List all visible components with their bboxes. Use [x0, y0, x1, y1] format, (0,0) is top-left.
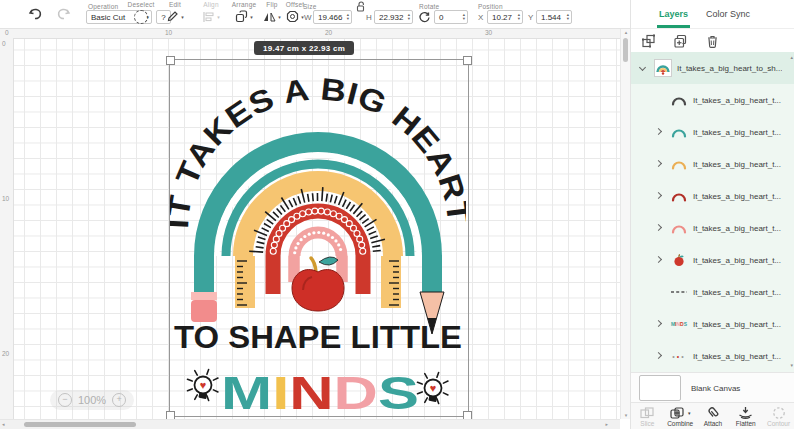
layer-row[interactable]: It_takes_a_big_heart_t... — [631, 244, 794, 276]
combine-button[interactable]: ▾Combine — [665, 406, 696, 427]
layer-row[interactable]: It_takes_a_big_heart_t... — [631, 148, 794, 180]
chevron-right-icon[interactable] — [655, 192, 663, 200]
arrange-button[interactable]: Arrange ▾ — [226, 1, 262, 27]
rotate-input[interactable]: 0 ▴▾ — [434, 10, 468, 24]
layer-label: It_takes_a_big_heart_t... — [693, 128, 781, 137]
action-label: Contour — [767, 420, 790, 427]
zoom-out-button[interactable]: − — [58, 393, 72, 407]
arc-icon — [669, 158, 689, 170]
size-tooltip: 19.47 cm x 22.93 cm — [254, 41, 354, 55]
chevron-down-icon[interactable] — [639, 64, 647, 72]
dots-icon: ••• — [669, 353, 689, 360]
selection-box[interactable] — [169, 59, 469, 417]
attach-button[interactable]: Attach — [697, 406, 728, 427]
align-icon: ▾ — [202, 9, 220, 24]
blank-canvas-swatch[interactable] — [639, 375, 681, 401]
rotate-icon[interactable] — [418, 11, 431, 24]
layer-row[interactable]: It_takes_a_big_heart_t... — [631, 180, 794, 212]
chevron-right-icon[interactable] — [655, 128, 663, 136]
offset-icon: ▾ — [286, 9, 304, 24]
layer-row[interactable]: It_takes_a_big_heart_t... — [631, 84, 794, 116]
chevron-right-icon[interactable] — [655, 160, 663, 168]
zoom-control[interactable]: − 100% + — [50, 390, 134, 410]
rotate-value: 0 — [439, 13, 443, 22]
x-input[interactable]: 10.27 ▴▾ — [487, 10, 523, 24]
horizontal-scrollbar[interactable]: ◂ ▸ — [0, 419, 620, 429]
redo-icon[interactable] — [56, 7, 71, 21]
stepper-icon[interactable]: ▴▾ — [408, 13, 410, 20]
ruler-label: 20 — [2, 350, 9, 357]
scrollbar-thumb[interactable] — [24, 422, 136, 427]
zoom-level: 100% — [78, 394, 106, 406]
position-label: Position — [478, 3, 503, 10]
tab-layers[interactable]: Layers — [659, 0, 688, 28]
size-label: Size — [303, 3, 316, 10]
arrange-icon: ▾ — [235, 9, 253, 24]
y-label: Y — [528, 13, 533, 22]
chevron-right-icon[interactable] — [655, 352, 663, 360]
height-input[interactable]: 22.932 ▴▾ — [374, 10, 413, 24]
layer-label: It_takes_a_big_heart_t... — [693, 192, 781, 201]
duplicate-icon[interactable] — [673, 34, 688, 49]
layer-row[interactable]: MINDSIt_takes_a_big_heart_t... — [631, 308, 794, 340]
align-button[interactable]: Align ▾ — [194, 1, 228, 27]
list-scroll-down-icon[interactable]: ▾ — [790, 362, 793, 368]
panel-tabs: Layers Color Sync — [631, 0, 794, 29]
flatten-button[interactable]: Flatten — [730, 406, 761, 427]
layer-row[interactable]: •••It_takes_a_big_heart_t... — [631, 340, 794, 372]
undo-icon[interactable] — [28, 7, 43, 21]
height-label: H — [366, 13, 372, 22]
operation-label: Operation — [88, 3, 118, 10]
action-label: Combine — [667, 420, 693, 427]
stepper-icon[interactable]: ▴▾ — [567, 13, 569, 20]
arc-icon — [669, 126, 689, 138]
flatten-icon — [738, 406, 753, 419]
vertical-scrollbar[interactable]: ▴ ▾ — [620, 28, 630, 419]
layer-label: It_takes_a_big_heart_t... — [693, 160, 781, 169]
layer-label: It_takes_a_big_heart_t... — [693, 288, 781, 297]
layer-label: It_takes_a_big_heart_t... — [693, 96, 781, 105]
stepper-icon[interactable]: ▴▾ — [463, 13, 465, 20]
resize-handle[interactable] — [463, 56, 472, 65]
layer-label: It_takes_a_big_heart_t... — [693, 320, 781, 329]
tab-color-sync[interactable]: Color Sync — [706, 0, 750, 28]
layer-row[interactable]: It_takes_a_big_heart_t... — [631, 116, 794, 148]
layer-row[interactable]: It_takes_a_big_heart_t... — [631, 212, 794, 244]
scroll-left-icon[interactable]: ◂ — [2, 421, 5, 427]
scroll-down-icon[interactable]: ▾ — [622, 412, 630, 418]
y-input[interactable]: 1.544 ▴▾ — [536, 10, 572, 24]
blank-canvas-label: Blank Canvas — [691, 384, 740, 393]
scrollbar-thumb[interactable] — [623, 38, 628, 62]
contour-button[interactable]: Contour — [763, 406, 794, 427]
attach-icon — [707, 406, 719, 419]
ruler-label: 0 — [5, 29, 9, 36]
arc-icon — [669, 222, 689, 234]
deselect-button[interactable]: Deselect — [118, 1, 164, 27]
pencil-icon: ▾ — [166, 9, 184, 24]
zoom-in-button[interactable]: + — [112, 393, 126, 407]
stepper-icon[interactable]: ▴▾ — [518, 13, 520, 20]
edit-button[interactable]: Edit ▾ — [160, 1, 190, 27]
group-icon[interactable] — [641, 34, 656, 49]
lock-icon[interactable] — [355, 1, 367, 12]
scroll-right-icon[interactable]: ▸ — [605, 421, 608, 427]
chevron-right-icon[interactable] — [655, 224, 663, 232]
list-scroll-up-icon[interactable]: ▴ — [790, 54, 793, 60]
layer-row[interactable]: It_takes_a_big_heart_to_sh... — [631, 52, 794, 84]
stepper-icon[interactable]: ▴▾ — [347, 13, 349, 20]
chevron-right-icon[interactable] — [655, 320, 663, 328]
width-input[interactable]: 19.466 ▴▾ — [313, 10, 352, 24]
chevron-right-icon[interactable] — [655, 256, 663, 264]
ruler-label: 20 — [325, 29, 332, 36]
layer-row[interactable]: It_takes_a_big_heart_t... — [631, 276, 794, 308]
resize-handle[interactable] — [166, 56, 175, 65]
slice-button[interactable]: Slice — [632, 406, 663, 427]
layer-label: It_takes_a_big_heart_t... — [693, 224, 781, 233]
x-value: 10.27 — [492, 13, 512, 22]
scroll-up-icon[interactable]: ▴ — [622, 29, 630, 35]
vertical-ruler: 01020 — [0, 38, 14, 419]
blank-canvas-row[interactable]: Blank Canvas — [631, 372, 794, 403]
trash-icon[interactable] — [705, 34, 720, 49]
design-canvas[interactable]: 0102030 01020 19.47 cm x 22.93 cm IT TAK… — [0, 28, 630, 429]
ruler-label: 10 — [2, 195, 9, 202]
